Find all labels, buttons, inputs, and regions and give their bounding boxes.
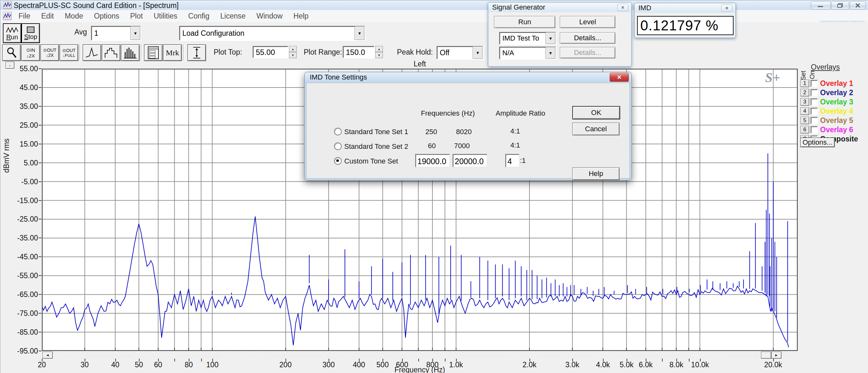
menu-mode[interactable]: Mode xyxy=(59,10,89,21)
y-tick-label: -5.00 xyxy=(5,178,38,186)
overlay-on-checkbox-3[interactable] xyxy=(810,98,818,106)
chevron-down-icon[interactable]: ▼ xyxy=(546,33,555,44)
zoom-out-2x-button[interactable]: ⊙OUT ↓2X xyxy=(40,44,59,61)
stop-button[interactable]: Stop xyxy=(21,23,40,43)
chevron-down-icon[interactable]: ▼ xyxy=(473,46,483,59)
avg-combobox[interactable]: 1 ▼ xyxy=(91,26,141,40)
standard-tone-set-2-radio[interactable] xyxy=(334,143,342,150)
title-bar[interactable]: SpectraPLUS-SC Sound Card Edition - [Spe… xyxy=(0,0,868,10)
dialog-client-area: Frequencies (Hz) Amplitude Ratio Standar… xyxy=(306,83,630,179)
step-spectrum-button[interactable] xyxy=(102,44,120,61)
generator-details2-button: Details... xyxy=(560,47,615,58)
dialog-titlebar[interactable]: IMD Tone Settings ✕ xyxy=(305,72,631,83)
horizontal-scrollbar[interactable]: ◄ ► xyxy=(42,351,798,359)
minimize-button[interactable] xyxy=(811,1,831,9)
restore-button[interactable] xyxy=(831,1,849,9)
menu-options[interactable]: Options xyxy=(89,10,125,21)
imd-tone-settings-dialog: IMD Tone Settings ✕ Frequencies (Hz) Amp… xyxy=(304,72,632,180)
overlay-set-button-4[interactable]: 4 xyxy=(800,107,809,115)
overlay-on-checkbox-4[interactable] xyxy=(810,107,818,115)
chevron-down-icon[interactable]: ▼ xyxy=(546,47,555,59)
bar-spectrum-icon xyxy=(123,46,137,59)
control-panel-button[interactable] xyxy=(144,44,162,61)
bar-spectrum-button[interactable] xyxy=(121,44,140,61)
chevron-down-icon[interactable]: ▼ xyxy=(130,27,140,40)
scroll-right-button[interactable]: ► xyxy=(771,351,781,359)
menu-config[interactable]: Config xyxy=(183,10,215,21)
menu-edit[interactable]: Edit xyxy=(36,10,59,21)
close-icon[interactable]: ✕ xyxy=(617,4,628,11)
document-icon[interactable] xyxy=(3,12,11,20)
line-spectrum-button[interactable] xyxy=(83,44,101,61)
zoom-in-2x-button[interactable]: ⊙IN ↓2X xyxy=(21,44,40,61)
plot-top-input[interactable] xyxy=(253,46,288,58)
overlay-on-checkbox-6[interactable] xyxy=(810,126,818,133)
plot-range-spinner[interactable]: ▲▼ xyxy=(375,46,383,58)
peak-hold-combobox[interactable]: Off ▼ xyxy=(437,46,483,59)
generator-level-button[interactable]: Level xyxy=(560,16,615,28)
standard-tone-set-1-radio[interactable] xyxy=(334,128,342,135)
overlay-set-button-1[interactable]: 1 xyxy=(800,80,809,87)
close-icon[interactable]: ✕ xyxy=(610,73,629,82)
generator-details-button[interactable]: Details... xyxy=(560,32,615,44)
set2-freq2: 7000 xyxy=(454,142,470,150)
overlay-options-button[interactable]: Options... xyxy=(800,137,835,147)
line-spectrum-icon xyxy=(85,46,99,59)
magnifier-icon xyxy=(6,46,17,59)
custom-ratio-input[interactable] xyxy=(505,154,520,167)
set1-ratio: 4:1 xyxy=(510,127,520,135)
menu-utilities[interactable]: Utilities xyxy=(148,10,183,21)
menu-window[interactable]: Window xyxy=(251,10,288,21)
close-button[interactable] xyxy=(850,1,866,9)
zoom-tool-button[interactable] xyxy=(2,44,21,61)
vertical-scale-button[interactable] xyxy=(187,44,206,61)
plot-top-spinner[interactable]: ▲▼ xyxy=(289,46,297,58)
ok-button[interactable]: OK xyxy=(572,106,620,119)
overlay-set-button-2[interactable]: 2 xyxy=(800,89,809,96)
main-toolbar: Run Stop Avg 1 ▼ Load Configuration ▼ xyxy=(0,22,868,44)
custom-freq1-input[interactable] xyxy=(415,154,450,167)
channel-label: Left xyxy=(42,60,798,68)
stop-label: Stop xyxy=(24,33,37,40)
scroll-thumb[interactable] xyxy=(761,351,771,359)
custom-tone-set-label: Custom Tone Set xyxy=(344,157,398,165)
chevron-down-icon[interactable]: ▼ xyxy=(354,27,364,40)
y-tick-label: -55.00 xyxy=(5,272,38,280)
load-configuration-combobox[interactable]: Load Configuration ▼ xyxy=(179,26,365,40)
menu-help[interactable]: Help xyxy=(288,10,314,21)
overlay-on-checkbox-2[interactable] xyxy=(810,89,818,96)
generator-run-button[interactable]: Run xyxy=(494,16,555,28)
overlay-set-button-3[interactable]: 3 xyxy=(800,98,809,106)
imd-value: 0.121797 % xyxy=(638,18,718,34)
scroll-left-button[interactable]: ◄ xyxy=(42,351,53,359)
overlay-set-button-5[interactable]: 5 xyxy=(800,117,809,124)
menu-license[interactable]: License xyxy=(215,10,251,21)
menu-plot[interactable]: Plot xyxy=(125,10,149,21)
menu-file[interactable]: File xyxy=(13,10,36,21)
zoom-out-full-button[interactable]: ⊙OUT ↓FULL xyxy=(60,44,78,61)
y-tick-label: -65.00 xyxy=(5,290,38,299)
close-icon[interactable]: ✕ xyxy=(721,4,732,12)
signal-generator-titlebar[interactable]: Signal Generator ✕ xyxy=(488,3,631,12)
marker-button[interactable]: Mrk xyxy=(163,44,182,61)
overlay-on-checkbox-1[interactable] xyxy=(810,80,818,87)
custom-tone-set-radio[interactable] xyxy=(334,157,342,165)
plot-range-input[interactable] xyxy=(343,46,375,58)
help-button[interactable]: Help xyxy=(572,167,620,180)
imd-window-titlebar[interactable]: IMD ✕ xyxy=(634,3,736,13)
custom-freq2-input[interactable] xyxy=(453,154,487,167)
overlay-on-checkbox-5[interactable] xyxy=(810,117,818,124)
y-tick-label: 45.00 xyxy=(5,83,38,92)
run-button[interactable]: Run xyxy=(3,23,21,43)
frequencies-header: Frequencies (Hz) xyxy=(421,109,475,118)
overlay-set-button-6[interactable]: 6 xyxy=(800,126,809,133)
cancel-button[interactable]: Cancel xyxy=(572,123,620,135)
imd-readout-window: IMD ✕ 0.121797 % xyxy=(634,3,736,38)
generator-type2-combobox[interactable]: N/A ▼ xyxy=(499,46,556,59)
zoom-out-full-icon: ⊙OUT xyxy=(62,48,75,53)
set-column-label: Set xyxy=(800,70,807,80)
generator-type-combobox[interactable]: IMD Test To ▼ xyxy=(499,32,556,45)
y-tick-label: -15.00 xyxy=(5,196,38,205)
standard-tone-set-1-label: Standard Tone Set 1 xyxy=(344,128,408,136)
zoom-in-2x-icon: ⊙IN xyxy=(26,47,35,53)
